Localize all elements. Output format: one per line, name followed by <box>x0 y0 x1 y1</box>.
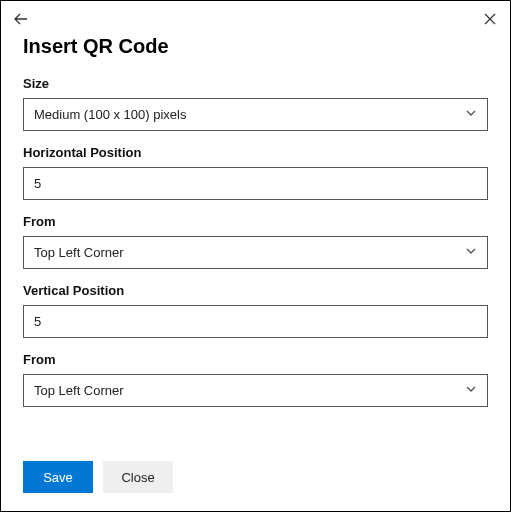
vertical-from-value: Top Left Corner <box>34 383 124 398</box>
size-select-value: Medium (100 x 100) pixels <box>34 107 186 122</box>
horizontal-position-label: Horizontal Position <box>23 145 488 160</box>
close-window-button[interactable] <box>480 9 500 29</box>
title-bar <box>1 1 510 29</box>
horizontal-from-value: Top Left Corner <box>34 245 124 260</box>
dialog-content: Insert QR Code Size Medium (100 x 100) p… <box>1 29 510 407</box>
close-icon <box>483 12 497 26</box>
size-select[interactable]: Medium (100 x 100) pixels <box>23 98 488 131</box>
vertical-position-input[interactable] <box>23 305 488 338</box>
chevron-down-icon <box>465 383 477 398</box>
vertical-position-label: Vertical Position <box>23 283 488 298</box>
horizontal-from-label: From <box>23 214 488 229</box>
close-button[interactable]: Close <box>103 461 173 493</box>
back-arrow-icon <box>13 11 29 27</box>
size-label: Size <box>23 76 488 91</box>
horizontal-from-select[interactable]: Top Left Corner <box>23 236 488 269</box>
back-button[interactable] <box>11 9 31 29</box>
horizontal-position-input[interactable] <box>23 167 488 200</box>
vertical-from-select[interactable]: Top Left Corner <box>23 374 488 407</box>
dialog-title: Insert QR Code <box>23 35 488 58</box>
vertical-from-label: From <box>23 352 488 367</box>
save-button[interactable]: Save <box>23 461 93 493</box>
chevron-down-icon <box>465 245 477 260</box>
dialog-footer: Save Close <box>23 461 173 493</box>
chevron-down-icon <box>465 107 477 122</box>
